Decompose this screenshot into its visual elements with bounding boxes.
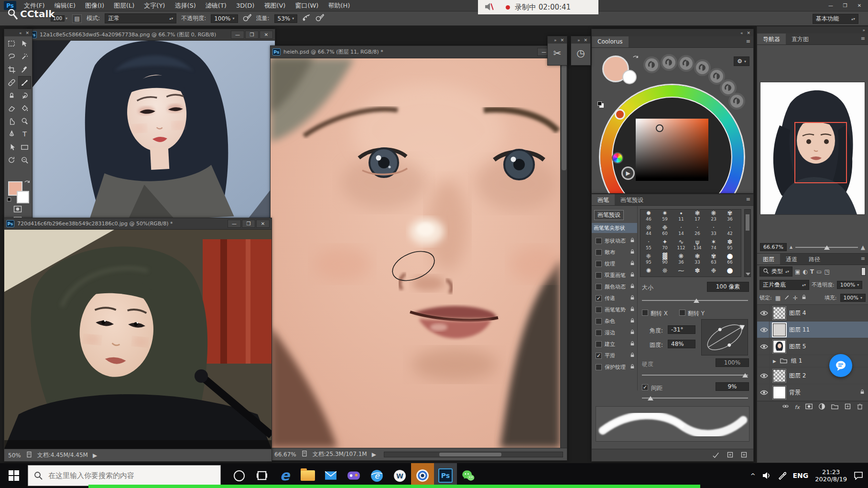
menu-item-5[interactable]: 文字(Y) (139, 1, 170, 10)
menu-item-3[interactable]: 图像(I) (80, 1, 109, 10)
new-brush-icon[interactable] (727, 451, 734, 460)
harmony-mode-complement[interactable] (662, 56, 675, 69)
doc3-horizontal-scrollbar[interactable] (384, 452, 563, 457)
app-minimize-button[interactable]: — (824, 1, 837, 10)
brush-preset-5[interactable]: ❋23 (705, 210, 722, 224)
brush-preset-8[interactable]: ❉60 (657, 224, 673, 238)
rotate-view-tool[interactable] (5, 154, 18, 166)
group-expand-arrow[interactable]: ▶ (773, 359, 776, 364)
coolorus-settings-button[interactable]: ⚙▾ (734, 56, 749, 66)
lock-position-icon[interactable]: ✛ (793, 295, 798, 301)
option-checkbox[interactable] (596, 238, 602, 244)
layer-style-icon[interactable]: fx (795, 404, 800, 410)
tab-paths[interactable]: 路径 (803, 254, 826, 265)
eyedropper-tool[interactable] (18, 63, 31, 76)
lock-paint-icon[interactable] (784, 294, 790, 301)
brush-preset-30[interactable]: ● (722, 267, 738, 277)
brush-preset-28[interactable]: ✽ (689, 267, 705, 277)
start-button[interactable] (0, 463, 28, 488)
volume-icon[interactable] (762, 472, 771, 479)
smudge-tool[interactable] (5, 115, 18, 128)
flow-select[interactable]: 53%▾ (274, 14, 298, 23)
save-brush-icon[interactable] (740, 451, 748, 460)
menu-item-9[interactable]: 视图(V) (259, 1, 290, 10)
layer-row-图层-4[interactable]: 图层 4 (757, 305, 868, 322)
menu-item-10[interactable]: 窗口(W) (290, 1, 323, 10)
path-selection-tool[interactable] (5, 141, 18, 154)
brush-preset-25[interactable]: ✺ (640, 267, 657, 277)
brush-preset-29[interactable]: ❉ (705, 267, 722, 277)
tab-brush-presets[interactable]: 画笔预设 (615, 194, 649, 205)
opacity-select[interactable]: 100%▾ (211, 14, 238, 23)
doc1-close-button[interactable]: ✕ (260, 31, 273, 39)
menu-item-4[interactable]: 图层(L) (109, 1, 139, 10)
live-tip-preview-icon[interactable] (712, 451, 720, 460)
size-value[interactable]: 100 像素 (707, 282, 749, 292)
magic-wand-tool[interactable] (18, 50, 31, 63)
brush-preset-6[interactable]: ✾36 (722, 210, 738, 224)
doc2-zoom-level[interactable]: 50% (8, 452, 21, 459)
option-checkbox[interactable] (596, 318, 602, 324)
brush-preset-12[interactable]: ·42 (722, 224, 738, 238)
brush-preset-24[interactable]: ●66 (722, 253, 738, 267)
lock-icon[interactable] (629, 341, 635, 348)
filter-shape-icon[interactable]: ▭ (816, 268, 822, 275)
preset-grid-scrollbar[interactable] (744, 209, 751, 277)
brush-preset-21[interactable]: ❋36 (673, 253, 689, 267)
filter-pixel-icon[interactable]: ▣ (795, 268, 800, 275)
brush-preset-13[interactable]: ·55 (640, 238, 657, 253)
tray-clock[interactable]: 21:23 2020/8/19 (815, 468, 847, 483)
layer-name[interactable]: 图层 11 (789, 326, 810, 334)
blend-mode-select[interactable]: 正片叠底▴▾ (760, 280, 809, 290)
brush-preset-11[interactable]: ·33 (705, 224, 722, 238)
spacing-checkbox[interactable]: ✓ (642, 384, 648, 390)
app-restore-button[interactable]: ❐ (838, 1, 852, 10)
delete-layer-icon[interactable] (857, 403, 863, 411)
doc3-vertical-scrollbar[interactable] (560, 58, 567, 448)
brush-preset-22[interactable]: ❃33 (689, 253, 705, 267)
brush-option-8[interactable]: 杂色 (592, 315, 637, 327)
history-brush-tool[interactable] (18, 89, 31, 102)
brush-preset-20[interactable]: ▓90 (657, 253, 673, 267)
tray-expand-icon[interactable]: ^ (750, 472, 756, 479)
harmony-mode-triad[interactable] (696, 61, 709, 74)
speaker-muted-icon[interactable] (485, 2, 494, 13)
doc2-titlebar[interactable]: Ps 720d416c6fb296ee38b549c283186c0.jpg @… (4, 218, 271, 230)
shape-tool[interactable] (18, 141, 31, 154)
visibility-toggle[interactable] (759, 338, 770, 355)
flip-y-checkbox[interactable] (679, 310, 685, 316)
brush-option-7[interactable]: 画笔笔势 (592, 304, 637, 315)
lock-icon[interactable] (629, 318, 635, 325)
hue-ring-marker[interactable] (615, 109, 625, 120)
expand-dock-icon[interactable]: » (554, 38, 557, 43)
wheel-mode-icon[interactable] (612, 152, 623, 164)
default-colors-icon[interactable] (7, 198, 11, 201)
brush-preset-15[interactable]: ∿112 (673, 238, 689, 253)
swap-colors-icon[interactable] (23, 178, 31, 186)
lock-icon[interactable] (629, 295, 635, 302)
menu-item-11[interactable]: 帮助(H) (323, 1, 355, 10)
lock-icon[interactable] (629, 306, 635, 313)
doc2-maximize-button[interactable]: ❐ (242, 220, 255, 228)
brush-preset-2[interactable]: ✷59 (657, 210, 673, 224)
filter-toggle[interactable] (861, 267, 866, 276)
filter-adjustment-icon[interactable]: ◐ (803, 268, 807, 275)
brush-tip-shape-item[interactable]: 画笔笔尖形状 (592, 223, 637, 233)
status-arrow-icon[interactable]: ▶ (372, 451, 376, 458)
layer-filter-select[interactable]: 类型▴▾ (760, 266, 792, 277)
sv-picker-circle[interactable] (656, 124, 663, 132)
brush-presets-button[interactable]: 画笔预设 (594, 210, 624, 220)
panel-icon-history[interactable]: ◷ (576, 47, 585, 59)
doc1-maximize-button[interactable]: ❐ (245, 31, 259, 39)
link-layers-icon[interactable] (781, 403, 790, 411)
brush-preset-19[interactable]: ❈95 (640, 253, 657, 267)
option-checkbox[interactable] (596, 261, 602, 267)
navigator-thumbnail[interactable] (760, 82, 865, 214)
tab-layers[interactable]: 图层 (757, 254, 780, 265)
option-checkbox[interactable] (596, 272, 602, 278)
tab-navigator[interactable]: 导航器 (757, 33, 786, 44)
navigator-zoom-field[interactable]: 66.67% (760, 243, 787, 251)
tab-channels[interactable]: 通道 (780, 254, 803, 265)
brush-option-1[interactable]: 形状动态 (592, 235, 637, 246)
visibility-toggle[interactable] (759, 322, 770, 338)
